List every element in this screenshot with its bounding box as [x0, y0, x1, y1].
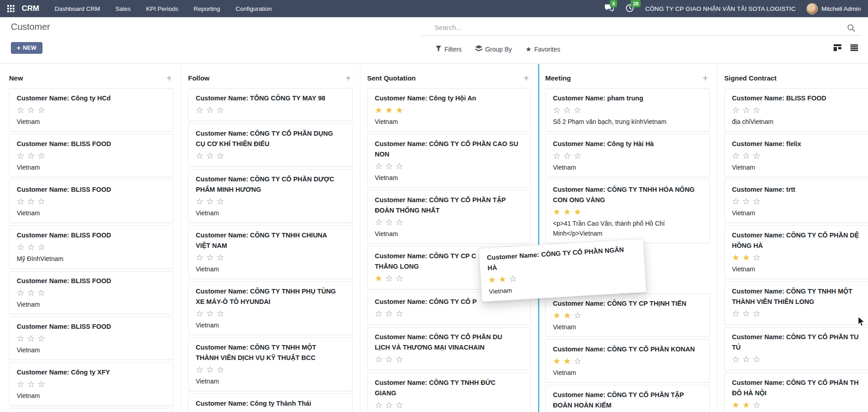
star-icon[interactable]: ☆	[385, 161, 393, 172]
star-icon[interactable]: ☆	[17, 379, 24, 390]
kanban-card[interactable]: Customer Name: BLISS FOOD ☆☆☆ Vietnam	[9, 180, 174, 223]
star-icon[interactable]: ☆	[732, 105, 740, 116]
star-icon[interactable]: ☆	[196, 196, 203, 207]
star-icon[interactable]: ★	[742, 400, 750, 411]
star-icon[interactable]: ☆	[553, 151, 561, 161]
kanban-card[interactable]: Customer Name: Công ty HCd ☆☆☆ Vietnam	[9, 88, 174, 132]
star-icon[interactable]: ★	[563, 310, 571, 321]
star-icon[interactable]: ☆	[396, 217, 403, 228]
star-icon[interactable]: ☆	[396, 308, 403, 319]
column-add-button[interactable]: +	[701, 75, 710, 82]
kanban-card[interactable]: Customer Name: Công ty Thành Thái ★☆☆ Vi…	[188, 393, 353, 412]
kanban-card[interactable]: Customer Name: CÔNG TY CP THỊNH TIẾN ★★☆…	[545, 294, 710, 337]
kanban-card[interactable]: Customer Name: CÔNG TY CỔ PHẦN CAO SU NO…	[367, 134, 531, 188]
kanban-card[interactable]: Customer Name: CÔNG TY TNHH MỘT THÀNH VI…	[188, 337, 353, 391]
star-icon[interactable]: ☆	[563, 151, 571, 161]
kanban-card[interactable]: Customer Name: CÔNG TY TNHH MỘT THÀNH VI…	[724, 281, 868, 325]
kanban-card[interactable]: Customer Name: CÔNG TY TNHH HÓA NÔNG CON…	[545, 180, 710, 243]
kanban-card[interactable]: Customer Name: CÔNG TY CỔ PHẦN TU TÚ ☆☆☆	[724, 327, 868, 370]
kanban-view-icon[interactable]	[834, 44, 841, 51]
kanban-card[interactable]: Customer Name: BLISS FOOD ☆☆☆ Mỹ ĐìnhVie…	[9, 225, 174, 269]
star-icon[interactable]: ★	[385, 105, 393, 116]
star-icon[interactable]: ☆	[385, 308, 393, 319]
star-icon[interactable]: ☆	[375, 400, 382, 411]
star-icon[interactable]: ☆	[217, 252, 224, 263]
star-icon[interactable]: ☆	[27, 379, 35, 390]
star-icon[interactable]: ★	[553, 356, 561, 367]
star-icon[interactable]: ☆	[753, 252, 760, 263]
star-icon[interactable]: ☆	[753, 400, 760, 411]
star-icon[interactable]: ☆	[217, 151, 224, 161]
star-icon[interactable]: ☆	[375, 354, 382, 365]
star-icon[interactable]: ☆	[38, 379, 45, 390]
kanban-card[interactable]: Customer Name: CÔNG TY CỔ PHẦN KONAN ★★☆…	[545, 339, 710, 383]
kanban-card[interactable]: Customer Name: flelix ☆☆☆ Vietnam	[724, 134, 868, 177]
star-icon[interactable]: ☆	[27, 105, 35, 116]
star-icon[interactable]: ★	[563, 356, 571, 367]
kanban-card[interactable]: Customer Name: CÔNG TY CỔ PHẦN DƯỢC PHẨM…	[188, 169, 353, 223]
star-icon[interactable]: ☆	[574, 356, 581, 367]
star-icon[interactable]: ☆	[217, 308, 224, 319]
star-icon[interactable]: ☆	[753, 151, 760, 161]
kanban-card[interactable]: Customer Name: CÔNG TY CỔ PHẦN TẬP ĐOÀN …	[367, 190, 531, 244]
star-icon[interactable]: ☆	[396, 161, 403, 172]
star-icon[interactable]: ★	[396, 105, 403, 116]
kanban-card[interactable]: Customer Name: CÔNG TY CỔ PHẦN DU LỊCH V…	[367, 327, 531, 370]
star-icon[interactable]: ☆	[17, 242, 24, 253]
star-icon[interactable]: ★	[553, 207, 561, 218]
star-icon[interactable]: ☆	[38, 105, 45, 116]
star-icon[interactable]: ☆	[196, 252, 203, 263]
star-icon[interactable]: ☆	[753, 105, 760, 116]
star-icon[interactable]: ☆	[553, 105, 561, 116]
menu-item[interactable]: Configuration	[236, 5, 272, 12]
star-icon[interactable]: ☆	[17, 333, 24, 344]
kanban-card[interactable]: Customer Name: BLISS FOOD ☆☆☆ Vietnam	[9, 134, 174, 177]
menu-item[interactable]: Reporting	[193, 5, 220, 12]
star-icon[interactable]: ☆	[742, 308, 750, 319]
star-icon[interactable]: ☆	[206, 105, 214, 116]
dragged-card[interactable]: Customer Name: CÔNG TY CỔ PHẦN NGÂN HÀ ★…	[479, 238, 646, 302]
kanban-card[interactable]: Customer Name: pham trung ☆☆☆ Số 2 Phạm …	[545, 88, 710, 132]
star-icon[interactable]: ★	[732, 252, 740, 263]
star-icon[interactable]: ☆	[196, 151, 203, 161]
star-icon[interactable]: ☆	[753, 196, 760, 207]
app-name[interactable]: CRM	[22, 4, 39, 13]
star-icon[interactable]: ☆	[742, 105, 750, 116]
star-icon[interactable]: ☆	[574, 310, 581, 321]
kanban-card[interactable]: Customer Name: CÔNG TY CỔ PHẦN DỤNG CỤ C…	[188, 123, 353, 167]
star-icon[interactable]: ☆	[574, 151, 581, 161]
company-switcher[interactable]: CÔNG TY CP GIAO NHẬN VẬN TẢI SOTA LOGIST…	[645, 5, 796, 12]
star-icon[interactable]: ★	[375, 273, 382, 284]
star-icon[interactable]: ☆	[38, 242, 45, 253]
star-icon[interactable]: ☆	[206, 365, 214, 375]
new-button[interactable]: + NEW	[11, 42, 42, 54]
star-icon[interactable]: ☆	[396, 354, 403, 365]
kanban-card[interactable]: Customer Name: CÔNG TY CỔ PHẦN TẬP ĐOÀN …	[545, 385, 710, 412]
kanban-card[interactable]: Customer Name: Công ty Hài Hà ☆☆☆ Vietna…	[545, 134, 710, 177]
star-icon[interactable]: ★	[553, 310, 561, 321]
star-icon[interactable]: ☆	[206, 252, 214, 263]
star-icon[interactable]: ☆	[385, 354, 393, 365]
star-icon[interactable]: ☆	[742, 354, 750, 365]
star-icon[interactable]: ☆	[38, 196, 45, 207]
kanban-card[interactable]: Customer Name: CÔNG TY CỔ PHẦN DỆ HỒNG H…	[724, 225, 868, 279]
star-icon[interactable]: ☆	[27, 196, 35, 207]
star-icon[interactable]: ☆	[396, 273, 403, 284]
star-icon[interactable]: ☆	[17, 196, 24, 207]
star-icon[interactable]: ☆	[206, 196, 214, 207]
kanban-card[interactable]: Customer Name: Công ty XFY ☆☆☆ Vietnam	[9, 362, 174, 406]
star-icon[interactable]: ★	[563, 207, 571, 218]
star-icon[interactable]: ☆	[38, 151, 45, 161]
star-icon[interactable]: ☆	[742, 151, 750, 161]
menu-item[interactable]: KPI Periods	[146, 5, 178, 12]
star-icon[interactable]: ☆	[574, 105, 581, 116]
kanban-card[interactable]: Customer Name: kiki ★★☆ số 5 123Vietnam	[9, 408, 174, 412]
search-input[interactable]	[420, 20, 861, 35]
star-icon[interactable]: ☆	[375, 217, 382, 228]
kanban-card[interactable]: Customer Name: trtt ☆☆☆ Vietnam	[724, 180, 868, 223]
star-icon[interactable]: ★	[742, 252, 750, 263]
star-icon[interactable]: ☆	[375, 161, 382, 172]
star-icon[interactable]: ☆	[206, 410, 214, 412]
star-icon[interactable]: ☆	[385, 273, 393, 284]
star-icon[interactable]: ☆	[563, 105, 571, 116]
